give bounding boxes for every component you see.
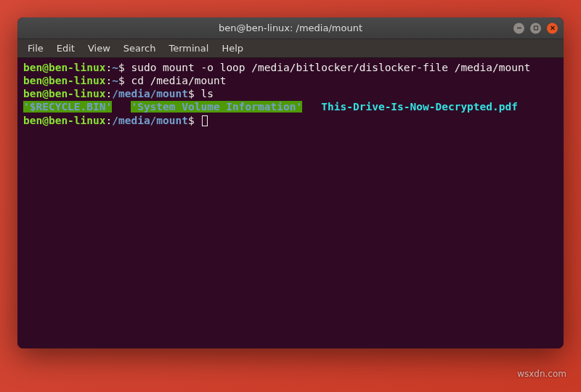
prompt-dollar: $	[188, 88, 195, 99]
prompt-dollar: $	[118, 75, 125, 86]
prompt-line: ben@ben-linux:/media/mount$ ls	[23, 88, 214, 99]
prompt-path: /media/mount	[112, 88, 188, 99]
menu-edit[interactable]: Edit	[51, 41, 81, 56]
menu-help[interactable]: Help	[216, 41, 249, 56]
prompt-userhost: ben@ben-linux	[23, 75, 106, 86]
window-controls	[513, 23, 558, 33]
close-button[interactable]	[547, 23, 558, 33]
menubar: File Edit View Search Terminal Help	[17, 39, 564, 58]
prompt-userhost: ben@ben-linux	[23, 62, 106, 73]
terminal-window: ben@ben-linux: /media/mount File Edit Vi…	[17, 17, 564, 348]
prompt-userhost: ben@ben-linux	[23, 88, 106, 99]
prompt-path: ~	[112, 75, 118, 86]
prompt-sep: :	[106, 88, 113, 99]
prompt-sep: :	[106, 115, 113, 126]
cursor-icon	[202, 115, 208, 126]
ls-item-pdf: This-Drive-Is-Now-Decrypted.pdf	[321, 101, 518, 113]
titlebar[interactable]: ben@ben-linux: /media/mount	[17, 17, 564, 39]
ls-output: '$RECYCLE.BIN' 'System Volume Informatio…	[23, 101, 518, 113]
prompt-path: /media/mount	[112, 115, 188, 126]
menu-view[interactable]: View	[82, 41, 116, 56]
menu-search[interactable]: Search	[118, 41, 162, 56]
watermark: wsxdn.com	[517, 369, 566, 379]
prompt-line: ben@ben-linux:~$ cd /media/mount	[23, 75, 226, 86]
command-text: cd /media/mount	[131, 75, 226, 86]
prompt-sep: :	[106, 75, 113, 86]
prompt-sep: :	[106, 62, 113, 73]
prompt-path: ~	[112, 62, 118, 73]
svg-rect-1	[534, 26, 537, 30]
ls-item-recycle: '$RECYCLE.BIN'	[23, 101, 112, 113]
minimize-button[interactable]	[513, 23, 524, 33]
window-title: ben@ben-linux: /media/mount	[219, 23, 362, 33]
prompt-line: ben@ben-linux:/media/mount$	[23, 115, 208, 126]
prompt-line: ben@ben-linux:~$ sudo mount -o loop /med…	[23, 62, 530, 73]
ls-item-sysvol: 'System Volume Information'	[131, 101, 302, 113]
menu-file[interactable]: File	[22, 41, 49, 56]
terminal-content[interactable]: ben@ben-linux:~$ sudo mount -o loop /med…	[17, 58, 564, 348]
prompt-dollar: $	[188, 115, 195, 126]
command-text: ls	[200, 88, 213, 99]
command-text: sudo mount -o loop /media/bitlocker/disl…	[131, 62, 530, 73]
prompt-dollar: $	[118, 62, 125, 73]
prompt-userhost: ben@ben-linux	[23, 115, 106, 126]
menu-terminal[interactable]: Terminal	[163, 41, 214, 56]
maximize-button[interactable]	[530, 23, 541, 33]
